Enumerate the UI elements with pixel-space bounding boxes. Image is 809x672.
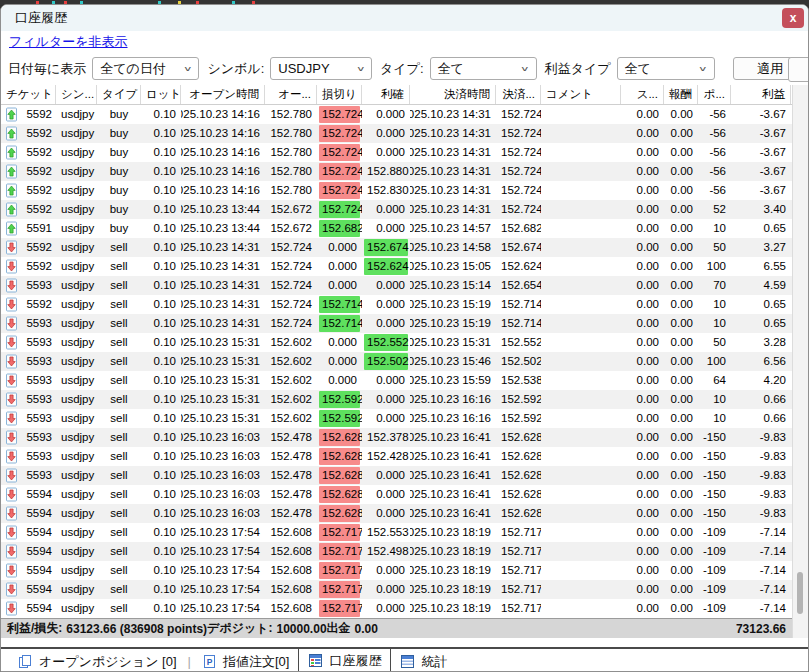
tab-account-history[interactable]: 口座履歴 bbox=[298, 648, 391, 672]
table-row[interactable]: 5593usdjpysell0.102025.10.23 15:31152.60… bbox=[1, 371, 792, 390]
table-row[interactable]: 5593usdjpysell0.102025.10.23 15:31152.60… bbox=[1, 390, 792, 409]
column-header-lot[interactable]: ロット bbox=[141, 85, 181, 104]
table-row[interactable]: 5594usdjpysell0.102025.10.23 17:54152.60… bbox=[1, 599, 792, 618]
table-row[interactable]: 5592usdjpybuy0.102025.10.23 14:16152.780… bbox=[1, 124, 792, 143]
cell-profit: 3.40 bbox=[731, 200, 791, 219]
column-header-comment[interactable]: コメント bbox=[541, 85, 621, 104]
column-header-close_price[interactable]: 決済... bbox=[496, 85, 541, 104]
tab-open-positions[interactable]: オープンポジション [0] bbox=[9, 651, 186, 672]
cell-close-time: 2025.10.23 16:41 bbox=[410, 428, 496, 447]
cell-symbol: usdjpy bbox=[56, 181, 97, 200]
cell-open-time: 2025.10.23 17:54 bbox=[181, 561, 265, 580]
cell-open-time: 2025.10.23 14:16 bbox=[181, 124, 265, 143]
table-row[interactable]: 5594usdjpysell0.102025.10.23 17:54152.60… bbox=[1, 523, 792, 542]
cell-ticket: 5593 bbox=[1, 428, 56, 447]
cell-tp: 0.000 bbox=[362, 143, 410, 162]
table-row[interactable]: 5594usdjpysell0.102025.10.23 17:54152.60… bbox=[1, 580, 792, 599]
type-filter-select[interactable]: 全て ∨ bbox=[430, 57, 537, 80]
column-header-open_price[interactable]: オー... bbox=[265, 85, 317, 104]
table-row[interactable]: 5594usdjpysell0.102025.10.23 17:54152.60… bbox=[1, 561, 792, 580]
column-header-sl[interactable]: 損切り bbox=[317, 85, 362, 104]
table-row[interactable]: 5592usdjpybuy0.102025.10.23 14:16152.780… bbox=[1, 143, 792, 162]
clipped-button[interactable] bbox=[788, 57, 809, 82]
cell-points: 100 bbox=[698, 352, 731, 371]
sell-icon bbox=[4, 316, 19, 331]
table-row[interactable]: 5593usdjpysell0.102025.10.23 15:31152.60… bbox=[1, 333, 792, 352]
buy-icon bbox=[4, 202, 19, 217]
column-header-type[interactable]: タイプ bbox=[97, 85, 141, 104]
cell-open-time: 2025.10.23 14:16 bbox=[181, 162, 265, 181]
hide-filters-link[interactable]: フィルターを非表示 bbox=[9, 33, 128, 51]
sell-icon bbox=[4, 601, 19, 616]
table-row[interactable]: 5592usdjpysell0.102025.10.23 14:31152.72… bbox=[1, 257, 792, 276]
total-profit: 73123.66 bbox=[736, 622, 786, 636]
table-row[interactable]: 5592usdjpysell0.102025.10.23 14:31152.72… bbox=[1, 238, 792, 257]
table-row[interactable]: 5593usdjpysell0.102025.10.23 16:03152.47… bbox=[1, 447, 792, 466]
tab-label: 指値注文[0] bbox=[223, 653, 289, 671]
cell-open-time: 2025.10.23 15:31 bbox=[181, 371, 265, 390]
cell-reward: 0.00 bbox=[664, 143, 698, 162]
cell-ticket: 5592 bbox=[1, 181, 56, 200]
table-row[interactable]: 5593usdjpysell0.102025.10.23 14:31152.72… bbox=[1, 314, 792, 333]
table-row[interactable]: 5592usdjpybuy0.102025.10.23 13:44152.672… bbox=[1, 200, 792, 219]
vertical-scrollbar[interactable] bbox=[792, 85, 808, 638]
column-header-symbol[interactable]: シン... bbox=[56, 85, 97, 104]
cell-open-time: 2025.10.23 17:54 bbox=[181, 542, 265, 561]
cell-tp: 0.000 bbox=[362, 371, 410, 390]
sell-icon bbox=[4, 449, 19, 464]
close-icon[interactable]: x bbox=[782, 8, 804, 28]
cell-lot: 0.10 bbox=[141, 143, 181, 162]
cell-reward: 0.00 bbox=[664, 276, 698, 295]
cell-open-time: 2025.10.23 15:31 bbox=[181, 352, 265, 371]
cell-close-price: 152.724 bbox=[496, 162, 541, 181]
cell-sl: 152.724 bbox=[317, 124, 362, 143]
table-row[interactable]: 5592usdjpybuy0.102025.10.23 14:16152.780… bbox=[1, 162, 792, 181]
cell-tp: 0.000 bbox=[362, 276, 410, 295]
table-row[interactable]: 5594usdjpysell0.102025.10.23 16:03152.47… bbox=[1, 485, 792, 504]
cell-comment bbox=[541, 143, 621, 162]
cell-comment bbox=[541, 447, 621, 466]
table-row[interactable]: 5594usdjpysell0.102025.10.23 17:54152.60… bbox=[1, 542, 792, 561]
table-row[interactable]: 5593usdjpysell0.102025.10.23 14:31152.72… bbox=[1, 276, 792, 295]
date-filter-select[interactable]: 全ての日付 ∨ bbox=[92, 57, 199, 80]
cell-symbol: usdjpy bbox=[56, 333, 97, 352]
cell-points: 10 bbox=[698, 409, 731, 428]
cell-lot: 0.10 bbox=[141, 200, 181, 219]
cell-close-time: 2025.10.23 16:41 bbox=[410, 504, 496, 523]
table-row[interactable]: 5592usdjpybuy0.102025.10.23 14:16152.780… bbox=[1, 105, 792, 124]
column-header-tp[interactable]: 利確 bbox=[362, 85, 410, 104]
column-header-swap[interactable]: ス... bbox=[621, 85, 664, 104]
cell-tp: 0.000 bbox=[362, 580, 410, 599]
symbol-filter-select[interactable]: USDJPY ∨ bbox=[270, 57, 372, 80]
table-row[interactable]: 5592usdjpybuy0.102025.10.23 14:16152.780… bbox=[1, 181, 792, 200]
cell-open-price: 152.478 bbox=[265, 466, 317, 485]
cell-swap: 0.00 bbox=[621, 466, 664, 485]
cell-sl: 0.000 bbox=[317, 333, 362, 352]
column-header-close_time[interactable]: 決済時間 bbox=[410, 85, 496, 104]
cell-close-time: 2025.10.23 18:19 bbox=[410, 561, 496, 580]
cell-comment bbox=[541, 428, 621, 447]
profit-type-filter-select[interactable]: 全て ∨ bbox=[617, 57, 715, 80]
column-header-ticket[interactable]: チケット bbox=[1, 85, 56, 104]
table-row[interactable]: 5594usdjpysell0.102025.10.23 16:03152.47… bbox=[1, 504, 792, 523]
table-row[interactable]: 5591usdjpybuy0.102025.10.23 13:44152.672… bbox=[1, 219, 792, 238]
column-header-open_time[interactable]: オープン時間 bbox=[181, 85, 265, 104]
table-row[interactable]: 5593usdjpysell0.102025.10.23 16:03152.47… bbox=[1, 428, 792, 447]
cell-ticket: 5593 bbox=[1, 371, 56, 390]
cell-comment bbox=[541, 599, 621, 618]
tab-pending-orders[interactable]: P 指値注文[0] bbox=[193, 651, 298, 672]
cell-symbol: usdjpy bbox=[56, 580, 97, 599]
cell-type: sell bbox=[97, 314, 141, 333]
column-header-profit[interactable]: 利益 bbox=[731, 85, 791, 104]
sell-icon bbox=[4, 525, 19, 540]
column-header-points[interactable]: ポ... bbox=[698, 85, 731, 104]
cell-swap: 0.00 bbox=[621, 390, 664, 409]
table-row[interactable]: 5593usdjpysell0.102025.10.23 15:31152.60… bbox=[1, 409, 792, 428]
cell-sl: 0.000 bbox=[317, 257, 362, 276]
column-header-reward[interactable]: 報酬 bbox=[664, 85, 698, 104]
table-row[interactable]: 5593usdjpysell0.102025.10.23 16:03152.47… bbox=[1, 466, 792, 485]
tab-statistics[interactable]: 統計 bbox=[391, 651, 456, 672]
table-row[interactable]: 5593usdjpysell0.102025.10.23 15:31152.60… bbox=[1, 352, 792, 371]
table-row[interactable]: 5592usdjpysell0.102025.10.23 14:31152.72… bbox=[1, 295, 792, 314]
scrollbar-thumb[interactable] bbox=[797, 572, 803, 614]
